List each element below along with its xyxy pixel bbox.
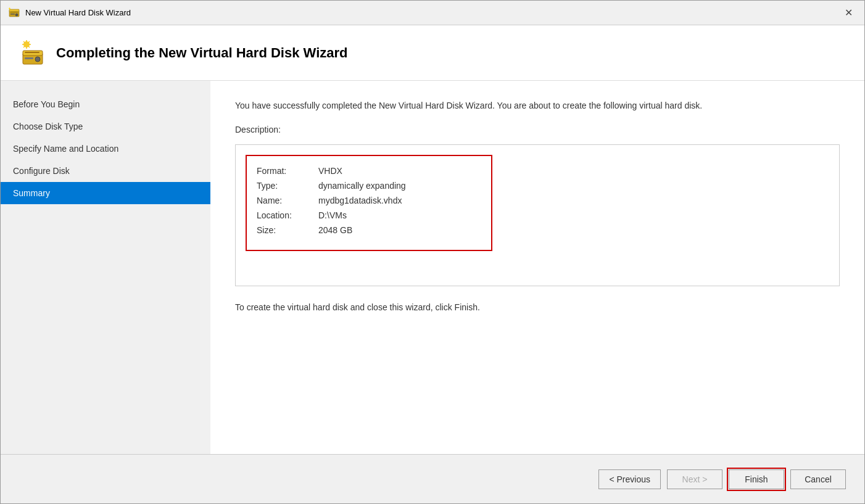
intro-text: You have successfully completed the New … [235,99,790,112]
wizard-window: ✦ New Virtual Hard Disk Wizard ✕ Comp [0,0,865,504]
sidebar: Before You Begin Choose Disk Type Specif… [1,81,210,454]
type-label: Type: [257,181,306,191]
finish-button[interactable]: Finish [729,469,784,489]
svg-rect-4 [10,12,18,12]
sidebar-item-choose-disk-type[interactable]: Choose Disk Type [1,115,210,138]
name-label: Name: [257,196,306,205]
sidebar-item-before-you-begin[interactable]: Before You Begin [1,93,210,115]
size-label: Size: [257,225,306,235]
format-value: VHDX [318,166,342,176]
desc-row-type: Type: dynamically expanding [257,181,481,191]
svg-line-14 [23,46,25,48]
desc-row-size: Size: 2048 GB [257,225,481,235]
next-button[interactable]: Next > [667,469,722,489]
location-value: D:\VMs [318,210,347,220]
header-icon [19,39,46,67]
name-value: mydbg1datadisk.vhdx [318,196,402,205]
description-outer-box: Format: VHDX Type: dynamically expanding… [235,144,840,286]
type-value: dynamically expanding [318,181,406,191]
svg-line-11 [23,41,25,43]
svg-rect-18 [25,57,33,59]
bottom-bar: < Previous Next > Finish Cancel [1,454,864,503]
sidebar-item-specify-name-location[interactable]: Specify Name and Location [1,138,210,160]
svg-text:✦: ✦ [8,7,11,10]
cancel-button[interactable]: Cancel [790,469,846,489]
description-label: Description: [235,125,840,134]
content-area: You have successfully completed the New … [210,81,864,454]
svg-line-12 [28,46,30,48]
footer-hint: To create the virtual hard disk and clos… [235,302,840,312]
svg-rect-19 [25,52,39,53]
desc-row-format: Format: VHDX [257,166,481,176]
svg-rect-3 [10,14,15,15]
previous-button[interactable]: < Previous [598,469,661,489]
desc-row-name: Name: mydbg1datadisk.vhdx [257,196,481,205]
description-inner-box: Format: VHDX Type: dynamically expanding… [246,155,492,251]
close-button[interactable]: ✕ [840,4,857,22]
window-icon: ✦ [8,7,20,19]
svg-point-2 [15,14,18,16]
window-title: New Virtual Hard Disk Wizard [25,8,131,17]
svg-point-17 [35,57,40,62]
location-label: Location: [257,210,306,220]
sidebar-item-configure-disk[interactable]: Configure Disk [1,160,210,182]
wizard-header-title: Completing the New Virtual Hard Disk Wiz… [56,45,347,61]
size-value: 2048 GB [318,225,352,235]
sidebar-item-summary[interactable]: Summary [1,182,210,204]
main-content: Before You Begin Choose Disk Type Specif… [1,81,864,454]
desc-row-location: Location: D:\VMs [257,210,481,220]
svg-line-13 [28,41,30,43]
wizard-header: Completing the New Virtual Hard Disk Wiz… [1,25,864,81]
title-bar: ✦ New Virtual Hard Disk Wizard ✕ [1,1,864,25]
format-label: Format: [257,166,306,176]
